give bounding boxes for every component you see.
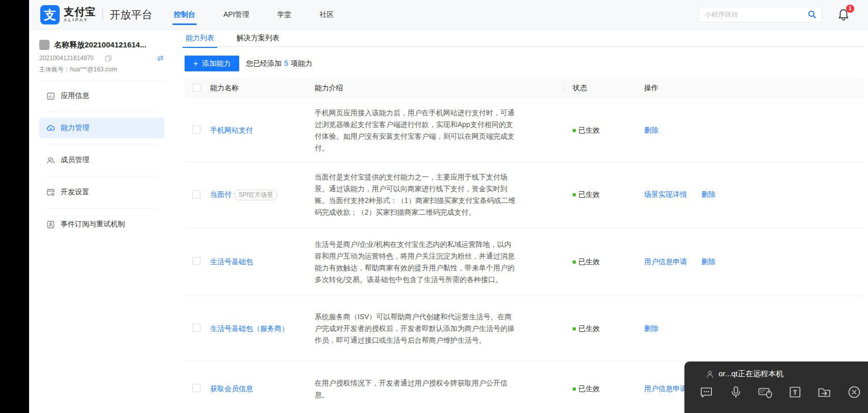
capability-name-link[interactable]: 手机网站支付 — [210, 126, 253, 135]
app-id: 2021004121614970 — [39, 55, 94, 62]
table-row: 生活号基础包（服务商） 系统服务商（ISV）可以帮助商户代创建和代运营生活号。在… — [185, 296, 864, 362]
nav-item-school[interactable]: 学堂 — [277, 7, 292, 22]
alipay-logo-glyph: 支 — [44, 7, 56, 23]
status-text: 已生效 — [578, 257, 600, 267]
nav-item-community[interactable]: 社区 — [320, 7, 334, 22]
microphone-icon[interactable] — [728, 384, 744, 400]
left-black-bar — [0, 0, 29, 413]
action-link[interactable]: 删除 — [644, 126, 658, 135]
divider — [46, 112, 157, 112]
text-tool-icon[interactable]: T — [787, 384, 803, 400]
added-count-text: 您已经添加5项能力 — [246, 59, 312, 68]
search-box[interactable] — [698, 7, 822, 22]
account-row: 主体账号：hua***@163.com — [39, 65, 164, 74]
sidebar-item-label: 开发设置 — [61, 188, 89, 197]
divider — [46, 144, 157, 144]
brand-en: ALIPAY — [64, 18, 96, 22]
column-header-actions: 操作 — [644, 84, 864, 93]
notification-bell[interactable]: 1 — [837, 8, 850, 21]
table-row: 生活号基础包 生活号是商户/企业/机构在支付宝生态内的私域运营阵地，以内容和用户… — [185, 228, 864, 296]
event-subscription-icon — [46, 220, 55, 229]
file-transfer-icon[interactable] — [817, 384, 832, 400]
row-checkbox[interactable] — [192, 257, 200, 265]
capability-name-link[interactable]: 当面付 — [210, 190, 232, 199]
sidebar-item-app-info[interactable]: 应用信息 — [39, 86, 164, 106]
sidebar-item-label: 成员管理 — [61, 156, 89, 165]
search-input[interactable] — [704, 10, 808, 19]
remote-control-panel: or...qt正在远程本机 T — [684, 362, 868, 413]
action-link[interactable]: 用户信息申请 — [644, 384, 687, 394]
main-content: 能力列表 解决方案列表 + 添加能力 您已经添加5项能力 能力名称 能力介绍 状… — [173, 30, 868, 413]
row-checkbox[interactable] — [192, 324, 200, 332]
select-all-checkbox[interactable] — [192, 84, 200, 92]
logo-divider — [103, 9, 103, 21]
brand: 支付宝 ALIPAY — [64, 7, 96, 22]
status-dot-icon — [573, 327, 576, 330]
table-header: 能力名称 能力介绍 状态 操作 — [185, 78, 864, 99]
tab-capability-list[interactable]: 能力列表 — [185, 30, 215, 47]
nav-item-api[interactable]: API管理 — [223, 7, 249, 22]
dev-settings-icon — [46, 188, 55, 197]
capability-description: 在用户授权情况下，开发者通过用户授权令牌获取用户公开信息。 — [315, 377, 518, 401]
action-link[interactable]: 删除 — [701, 257, 716, 267]
tab-solution-list[interactable]: 解决方案列表 — [236, 30, 280, 47]
capability-description: 生活号是商户/企业/机构在支付宝生态内的私域运营阵地，以内容和用户互动为运营特色… — [315, 239, 518, 286]
row-checkbox[interactable] — [192, 125, 200, 134]
add-capability-button[interactable]: + 添加能力 — [185, 56, 239, 71]
app-info-icon — [46, 92, 55, 100]
chat-icon[interactable] — [699, 384, 714, 400]
row-actions: 删除 — [644, 324, 864, 333]
status-dot-icon — [573, 261, 576, 264]
capability-name-link[interactable]: 生活号基础包（服务商） — [210, 324, 289, 333]
divider — [39, 81, 164, 82]
action-link[interactable]: 用户信息申请 — [644, 257, 687, 267]
row-actions: 场景实现详情删除 — [644, 190, 864, 199]
capability-name-link[interactable]: 生活号基础包 — [210, 257, 253, 267]
sidebar: 名称释放2021004121614... 2021004121614970 主体… — [29, 30, 173, 413]
close-icon[interactable] — [847, 384, 862, 400]
column-header-name: 能力名称 — [210, 84, 315, 93]
notification-badge: 1 — [846, 5, 854, 13]
product-title: 开放平台 — [110, 8, 152, 22]
top-bar: 支 支付宝 ALIPAY 开放平台 控制台 API管理 学堂 社区 1 — [29, 0, 868, 30]
action-link[interactable]: 删除 — [644, 324, 658, 333]
row-checkbox[interactable] — [192, 190, 200, 198]
account-value: hua***@163.com — [70, 66, 117, 73]
sidebar-item-capability[interactable]: 能力管理 — [39, 118, 164, 138]
copy-icon[interactable] — [105, 55, 112, 62]
sidebar-item-label: 事件订阅与重试机制 — [61, 220, 125, 229]
status-dot-icon — [573, 388, 576, 391]
divider — [46, 176, 157, 176]
action-link[interactable]: 删除 — [701, 190, 716, 199]
sidebar-item-members[interactable]: 成员管理 — [39, 150, 164, 170]
sidebar-item-label: 能力管理 — [61, 123, 89, 133]
capability-description: 当面付是支付宝提供的支付能力之一，主要应用于线下支付场景。通过该能力，用户可以向… — [315, 171, 518, 218]
status-text: 已生效 — [578, 190, 600, 199]
capability-description: 手机网页应用接入该能力后，用户在手机网站进行支付时，可通过浏览器唤起支付宝客户端… — [315, 107, 518, 154]
status-text: 已生效 — [578, 324, 600, 333]
action-link[interactable]: 场景实现详情 — [644, 190, 687, 199]
row-actions: 删除 — [644, 126, 864, 135]
sidebar-item-event-subscription[interactable]: 事件订阅与重试机制 — [39, 214, 164, 235]
row-checkbox[interactable] — [192, 384, 200, 392]
capability-tag: SPI官方场景 — [234, 190, 277, 200]
user-icon — [706, 370, 714, 378]
search-icon[interactable] — [808, 10, 816, 19]
svg-text:T: T — [793, 389, 797, 396]
switch-app-icon[interactable] — [157, 55, 164, 61]
account-label: 主体账号： — [39, 66, 70, 73]
top-nav: 控制台 API管理 学堂 社区 — [174, 7, 334, 22]
status-dot-icon — [573, 129, 576, 132]
column-header-status: 状态 — [573, 84, 644, 93]
capability-icon — [46, 124, 55, 133]
capability-name-link[interactable]: 获取会员信息 — [210, 384, 253, 394]
row-actions: 用户信息申请删除 — [644, 257, 864, 267]
tab-bar: 能力列表 解决方案列表 — [185, 30, 864, 47]
sidebar-item-dev-settings[interactable]: 开发设置 — [39, 182, 164, 202]
divider — [46, 208, 157, 209]
sidebar-item-label: 应用信息 — [61, 91, 89, 100]
status-dot-icon — [573, 193, 576, 196]
nav-item-console[interactable]: 控制台 — [174, 7, 195, 22]
keyboard-mouse-icon[interactable] — [758, 384, 773, 400]
members-icon — [46, 156, 55, 165]
